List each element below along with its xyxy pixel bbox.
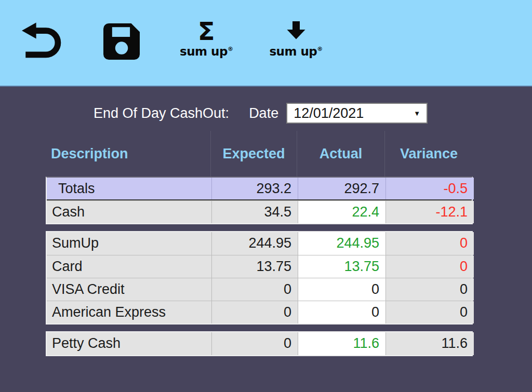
actual-input-cell[interactable]: 22.4	[298, 201, 385, 223]
table-header-row: Description Expected Actual Variance	[46, 131, 473, 177]
date-label: Date	[249, 105, 278, 121]
table-row-american-express: American Express 0 0 0	[47, 301, 472, 323]
sumup-download-button[interactable]: sum up®	[269, 19, 322, 58]
date-select-value: 12/01/2021	[287, 105, 364, 121]
expected-cell: 13.75	[211, 255, 298, 278]
floppy-disk-icon	[100, 20, 143, 63]
variance-cell: 0	[385, 278, 474, 301]
date-row: End Of Day CashOut: Date 12/01/2021 ▼	[94, 102, 532, 125]
actual-input-cell[interactable]: 11.6	[298, 332, 385, 355]
chevron-down-icon: ▼	[414, 110, 420, 117]
expected-cell: 244.95	[211, 232, 298, 255]
table-row-sumup: SumUp 244.95 244.95 0	[47, 232, 472, 255]
expected-cell: 293.2	[211, 178, 298, 199]
table-row-totals: Totals 293.2 292.7 -0.5	[47, 178, 472, 200]
actual-cell: 292.7	[298, 178, 385, 199]
variance-cell: 11.6	[385, 332, 474, 355]
row-label: Card	[47, 255, 211, 278]
row-label: SumUp	[47, 232, 211, 255]
col-header-description: Description	[46, 131, 210, 177]
table-group-totals: Totals 293.2 292.7 -0.5 Cash 34.5 22.4 -…	[46, 177, 473, 224]
row-label: VISA Credit	[47, 278, 211, 301]
back-button[interactable]	[20, 20, 63, 59]
table-row-card: Card 13.75 13.75 0	[47, 255, 472, 278]
col-header-variance: Variance	[384, 131, 473, 177]
row-label: Cash	[47, 201, 211, 223]
col-header-expected: Expected	[210, 131, 297, 177]
date-select[interactable]: 12/01/2021 ▼	[286, 103, 428, 124]
expected-cell: 34.5	[211, 201, 298, 223]
row-label: Totals	[47, 178, 211, 199]
variance-cell: 0	[385, 301, 474, 323]
table-group-cards: SumUp 244.95 244.95 0 Card 13.75 13.75 0…	[46, 231, 473, 325]
sumup-logo-text: sum up®	[269, 45, 322, 58]
actual-input-cell[interactable]: 0	[298, 301, 385, 323]
table-row-visa-credit: VISA Credit 0 0 0	[47, 278, 472, 301]
variance-cell: -12.1	[385, 201, 474, 223]
variance-cell: -0.5	[385, 178, 474, 199]
table-row-cash: Cash 34.5 22.4 -12.1	[47, 200, 472, 223]
cashout-table: Description Expected Actual Variance Tot…	[46, 131, 473, 356]
actual-input-cell[interactable]: 244.95	[298, 232, 385, 255]
toolbar: Σ sum up® sum up®	[0, 0, 532, 87]
expected-cell: 0	[211, 278, 298, 301]
variance-cell: 0	[385, 232, 474, 255]
sigma-icon: Σ	[198, 19, 215, 44]
actual-input-cell[interactable]: 0	[298, 278, 385, 301]
expected-cell: 0	[211, 332, 298, 355]
row-label: Petty Cash	[47, 332, 211, 355]
save-button[interactable]	[100, 20, 143, 63]
actual-input-cell[interactable]: 13.75	[298, 255, 385, 278]
col-header-actual: Actual	[297, 131, 384, 177]
sumup-total-button[interactable]: Σ sum up®	[180, 19, 233, 58]
down-arrow-icon	[284, 19, 309, 44]
table-group-petty-cash: Petty Cash 0 11.6 11.6	[46, 331, 473, 356]
variance-cell: 0	[385, 255, 474, 278]
row-label: American Express	[47, 301, 211, 323]
page-title: End Of Day CashOut:	[94, 105, 229, 121]
table-row-petty-cash: Petty Cash 0 11.6 11.6	[47, 332, 472, 355]
sumup-logo-text: sum up®	[180, 45, 233, 58]
expected-cell: 0	[211, 301, 298, 323]
undo-arrow-icon	[20, 20, 63, 59]
